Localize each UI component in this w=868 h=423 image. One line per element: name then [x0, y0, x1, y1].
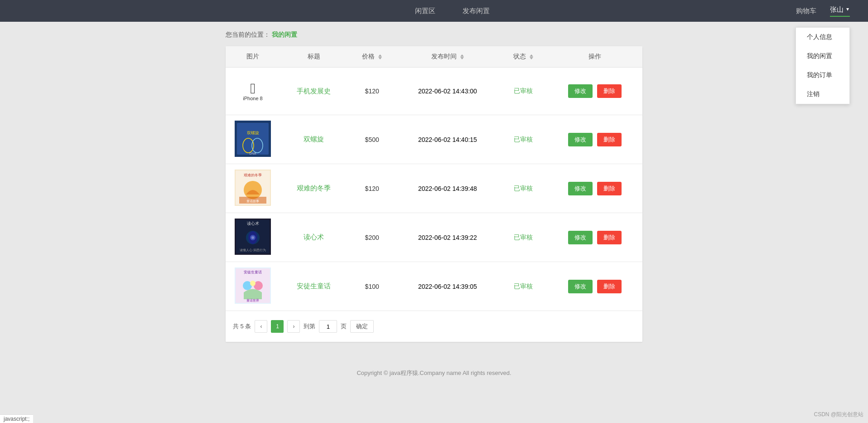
- nav-user[interactable]: 张山: [830, 5, 850, 17]
- product-action-cell: 修改 删除: [547, 164, 642, 213]
- footer: Copyright © java程序猿.Company name All rig…: [0, 360, 868, 386]
- delete-button[interactable]: 删除: [597, 280, 622, 293]
- page-1-btn[interactable]: 1: [271, 320, 284, 333]
- status-badge: 已审核: [514, 87, 533, 94]
- product-img-cell: 读心术 读懂人心·洞悉行为: [226, 213, 280, 262]
- product-price-cell: $500: [348, 115, 396, 164]
- product-action-cell: 修改 删除: [547, 262, 642, 311]
- price-sort-icon[interactable]: [378, 54, 382, 59]
- svg-text:DNA: DNA: [250, 152, 256, 155]
- product-image:  iPhone 8: [235, 73, 271, 109]
- breadcrumb: 您当前的位置： 我的闲置: [226, 31, 642, 39]
- user-dropdown: 个人信息 我的闲置 我的订单 注销: [796, 27, 850, 104]
- apple-logo-icon: : [250, 81, 256, 96]
- product-price-cell: $100: [348, 262, 396, 311]
- product-action-cell: 修改 删除: [547, 213, 642, 262]
- navbar-links: 闲置区 发布闲置: [109, 7, 796, 15]
- product-title-cell: 手机发展史: [280, 68, 348, 115]
- product-title[interactable]: 读心术: [304, 233, 324, 241]
- goto-label: 到第: [304, 322, 315, 331]
- svg-point-18: [251, 236, 254, 239]
- svg-text:读懂人心·洞悉行为: 读懂人心·洞悉行为: [240, 248, 266, 252]
- product-price-cell: $120: [348, 68, 396, 115]
- page-unit: 页: [341, 322, 347, 331]
- edit-button[interactable]: 修改: [568, 231, 593, 244]
- navbar-right: 购物车 张山 个人信息 我的闲置 我的订单 注销: [796, 5, 850, 17]
- table-header-row: 图片 标题 价格 发布时间: [226, 46, 642, 68]
- edit-button[interactable]: 修改: [568, 182, 593, 195]
- footer-text: Copyright © java程序猿.Company name All rig…: [357, 370, 511, 376]
- dropdown-logout[interactable]: 注销: [796, 85, 849, 104]
- product-img-cell: 艰难的冬季 童话故事: [226, 164, 280, 213]
- col-status: 状态: [499, 46, 547, 68]
- svg-text:双螺旋: 双螺旋: [247, 131, 259, 135]
- product-action-cell: 修改 删除: [547, 68, 642, 115]
- product-time-cell: 2022-06-02 14:39:48: [396, 164, 499, 213]
- product-time-cell: 2022-06-02 14:39:22: [396, 213, 499, 262]
- table-row: 读心术 读懂人心·洞悉行为 读心术 $200 2022-06-02 14:39:…: [226, 213, 642, 262]
- product-time-cell: 2022-06-02 14:39:05: [396, 262, 499, 311]
- delete-button[interactable]: 删除: [597, 231, 622, 244]
- edit-button[interactable]: 修改: [568, 280, 593, 293]
- status-badge: 已审核: [514, 136, 533, 143]
- prev-page-btn[interactable]: ‹: [255, 320, 267, 333]
- items-table: 图片 标题 价格 发布时间: [226, 46, 642, 311]
- svg-text:艰难的冬季: 艰难的冬季: [244, 173, 262, 177]
- dropdown-personal-info[interactable]: 个人信息: [796, 28, 849, 47]
- table-row: 安徒生童话 童话世界 安徒生童话 $100 2022-06-02 14:39:0…: [226, 262, 642, 311]
- product-title-cell: 读心术: [280, 213, 348, 262]
- product-title[interactable]: 艰难的冬季: [297, 184, 331, 192]
- status-badge: 已审核: [514, 282, 533, 290]
- page-goto-input[interactable]: [319, 320, 337, 333]
- col-title: 标题: [280, 46, 348, 68]
- svg-text:童话世界: 童话世界: [246, 299, 259, 302]
- total-count: 共 5 条: [233, 322, 251, 331]
- table-row: 艰难的冬季 童话故事 艰难的冬季 $120 2022-06-02 14:39:4…: [226, 164, 642, 213]
- product-status-cell: 已审核: [499, 68, 547, 115]
- items-table-container: 图片 标题 价格 发布时间: [226, 46, 642, 342]
- next-page-btn[interactable]: ›: [287, 320, 300, 333]
- dropdown-my-orders[interactable]: 我的订单: [796, 66, 849, 85]
- watermark: CSDN @阳光创意站: [814, 411, 863, 418]
- product-title-cell: 艰难的冬季: [280, 164, 348, 213]
- status-badge: 已审核: [514, 233, 533, 241]
- dropdown-my-idle[interactable]: 我的闲置: [796, 47, 849, 66]
- product-title-cell: 双螺旋: [280, 115, 348, 164]
- product-img-cell: 双螺旋 DNA: [226, 115, 280, 164]
- product-image: 艰难的冬季 童话故事: [235, 170, 271, 206]
- time-sort-icon[interactable]: [460, 54, 464, 59]
- table-row:  iPhone 8 手机发展史 $120 2022-06-02 14:43:0…: [226, 68, 642, 115]
- product-price-cell: $120: [348, 164, 396, 213]
- product-img-cell: 安徒生童话 童话世界: [226, 262, 280, 311]
- pagination-confirm-btn[interactable]: 确定: [350, 320, 374, 333]
- product-status-cell: 已审核: [499, 115, 547, 164]
- product-time-cell: 2022-06-02 14:43:00: [396, 68, 499, 115]
- nav-fabuxianzhi[interactable]: 发布闲置: [463, 7, 490, 15]
- nav-cart[interactable]: 购物车: [796, 7, 816, 15]
- svg-text:童话故事: 童话故事: [246, 199, 259, 203]
- breadcrumb-current: 我的闲置: [272, 31, 297, 38]
- main-content: 您当前的位置： 我的闲置 图片 标题 价格 发布时间: [217, 22, 651, 351]
- product-time-cell: 2022-06-02 14:40:15: [396, 115, 499, 164]
- iphone-label: iPhone 8: [243, 96, 262, 101]
- product-title[interactable]: 手机发展史: [297, 87, 331, 95]
- col-time: 发布时间: [396, 46, 499, 68]
- product-img-cell:  iPhone 8: [226, 68, 280, 115]
- pagination: 共 5 条 ‹ 1 › 到第 页 确定: [226, 311, 642, 342]
- navbar: 闲置区 发布闲置 购物车 张山 个人信息 我的闲置 我的订单 注销: [0, 0, 868, 22]
- product-title[interactable]: 安徒生童话: [297, 282, 331, 290]
- status-badge: 已审核: [514, 185, 533, 192]
- status-sort-icon[interactable]: [530, 54, 533, 59]
- delete-button[interactable]: 删除: [597, 84, 622, 98]
- product-title-cell: 安徒生童话: [280, 262, 348, 311]
- delete-button[interactable]: 删除: [597, 182, 622, 195]
- product-title[interactable]: 双螺旋: [304, 135, 324, 143]
- edit-button[interactable]: 修改: [568, 133, 593, 146]
- nav-xianzhiqu[interactable]: 闲置区: [415, 7, 435, 15]
- col-price: 价格: [348, 46, 396, 68]
- delete-button[interactable]: 删除: [597, 133, 622, 146]
- edit-button[interactable]: 修改: [568, 84, 593, 98]
- product-status-cell: 已审核: [499, 262, 547, 311]
- product-image: 安徒生童话 童话世界: [235, 267, 271, 304]
- product-status-cell: 已审核: [499, 164, 547, 213]
